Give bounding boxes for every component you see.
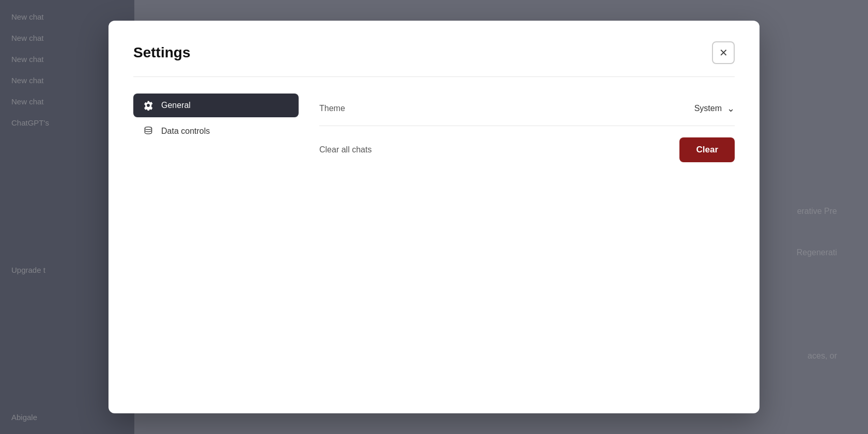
modal-title: Settings <box>133 44 190 61</box>
modal-header-divider <box>133 76 735 77</box>
theme-label: Theme <box>319 104 345 113</box>
clear-all-chats-row: Clear all chats Clear <box>319 128 735 172</box>
settings-modal: Settings ✕ General <box>109 21 760 413</box>
modal-header: Settings ✕ <box>133 41 735 64</box>
gear-icon <box>143 100 154 111</box>
theme-select-value: System <box>694 104 722 113</box>
theme-select-button[interactable]: System ⌄ <box>694 103 735 114</box>
modal-close-button[interactable]: ✕ <box>712 41 735 64</box>
nav-item-general[interactable]: General <box>133 94 299 117</box>
database-icon <box>143 126 154 137</box>
modal-overlay: Settings ✕ General <box>0 0 868 434</box>
chevron-down-icon: ⌄ <box>727 103 735 114</box>
nav-item-general-label: General <box>161 101 191 110</box>
theme-row-divider <box>319 126 735 126</box>
clear-all-chats-label: Clear all chats <box>319 145 371 154</box>
nav-item-data-controls[interactable]: Data controls <box>133 119 299 143</box>
svg-point-0 <box>145 127 151 130</box>
settings-content: Theme System ⌄ Clear all chats Clear <box>309 94 735 389</box>
clear-button[interactable]: Clear <box>679 137 735 162</box>
nav-item-data-controls-label: Data controls <box>161 127 210 136</box>
modal-body: General Data controls <box>133 94 735 389</box>
theme-row: Theme System ⌄ <box>319 94 735 123</box>
settings-nav: General Data controls <box>133 94 309 389</box>
